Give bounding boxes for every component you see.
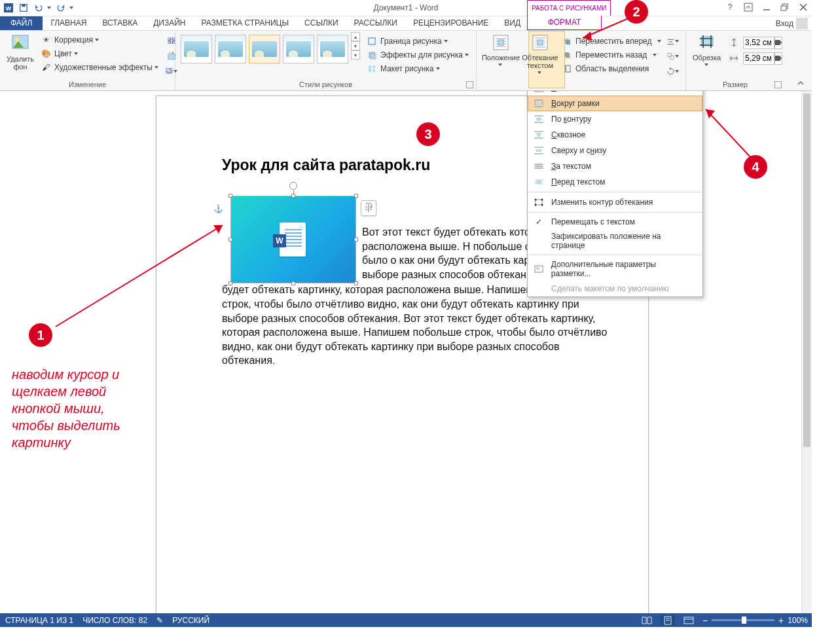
- picture-styles-gallery[interactable]: [179, 32, 350, 75]
- style-thumb[interactable]: [249, 35, 280, 63]
- collapse-ribbon-icon[interactable]: [795, 78, 807, 88]
- vertical-scrollbar[interactable]: [801, 91, 812, 613]
- style-thumb[interactable]: [283, 35, 314, 63]
- wrap-topbottom[interactable]: Сверху и снизу: [528, 143, 702, 158]
- width-down[interactable]: [774, 58, 782, 64]
- scroll-thumb[interactable]: [803, 94, 811, 447]
- help-icon[interactable]: ?: [724, 1, 736, 13]
- group-size-label: Размер: [686, 80, 784, 88]
- svg-rect-18: [369, 65, 371, 72]
- status-words[interactable]: ЧИСЛО СЛОВ: 82: [82, 616, 147, 625]
- status-lang[interactable]: РУССКИЙ: [172, 616, 210, 625]
- selection-pane-button[interactable]: Область выделения: [560, 62, 663, 75]
- position-button[interactable]: Положение: [481, 32, 521, 78]
- styles-dialog-launcher[interactable]: [466, 81, 473, 88]
- resize-handle[interactable]: [228, 194, 232, 198]
- picture-border-label: Граница рисунка: [380, 37, 442, 46]
- style-thumb[interactable]: [317, 35, 348, 63]
- svg-rect-75: [536, 180, 541, 184]
- fix-on-page[interactable]: Зафиксировать положение на странице: [528, 229, 702, 253]
- rotate-icon[interactable]: [666, 65, 680, 78]
- anchor-icon: ⚓: [213, 204, 223, 213]
- zoom-value[interactable]: 100%: [788, 616, 808, 625]
- annotation-1-text: наводим курсор и щелкаем левой кнопкой м…: [12, 366, 130, 451]
- more-layout-options[interactable]: Дополнительные параметры разметки...: [528, 257, 702, 281]
- zoom-thumb[interactable]: [742, 617, 746, 624]
- send-backward-label: Переместить назад: [575, 50, 647, 60]
- remove-background-label: Удалить фон: [7, 55, 34, 71]
- proofing-icon[interactable]: ✎: [156, 616, 163, 625]
- picture-border-button[interactable]: Граница рисунка: [365, 35, 470, 48]
- width-spinner[interactable]: [743, 52, 782, 65]
- color-button[interactable]: 🎨Цвет: [39, 47, 160, 60]
- wrap-through[interactable]: Сквозное: [528, 127, 702, 143]
- wrap-text-button[interactable]: Обтекание текстом: [521, 32, 559, 78]
- svg-rect-12: [168, 38, 175, 44]
- wrap-square[interactable]: Вокруг рамки: [528, 96, 702, 111]
- color-label: Цвет: [54, 49, 72, 58]
- corrections-button[interactable]: ☀Коррекция: [39, 33, 160, 46]
- gallery-more[interactable]: ▾: [351, 50, 360, 60]
- svg-rect-19: [373, 65, 375, 68]
- wrap-inline[interactable]: В В текстеВ тексте: [528, 91, 702, 96]
- zoom-slider[interactable]: [712, 619, 774, 621]
- svg-rect-4: [744, 3, 752, 11]
- tab-insert[interactable]: ВСТАВКА: [94, 16, 145, 30]
- tab-mailings[interactable]: РАССЫЛКИ: [346, 16, 405, 30]
- tab-view[interactable]: ВИД: [496, 16, 528, 30]
- wrap-tight[interactable]: По контуру: [528, 111, 702, 127]
- tab-design[interactable]: ДИЗАЙН: [145, 16, 193, 30]
- close-icon[interactable]: [797, 1, 809, 13]
- border-icon: [365, 35, 378, 48]
- height-up[interactable]: [774, 37, 782, 43]
- read-mode-icon[interactable]: [640, 615, 654, 626]
- group-adjust-label: Изменение: [0, 80, 175, 88]
- remove-background-button[interactable]: Удалить фон: [4, 32, 37, 78]
- restore-icon[interactable]: [779, 1, 791, 13]
- sign-in[interactable]: Вход: [776, 18, 808, 29]
- minimize-icon[interactable]: [761, 1, 773, 13]
- rotate-handle[interactable]: [289, 182, 297, 190]
- send-backward-button[interactable]: Переместить назад: [560, 48, 663, 62]
- resize-handle[interactable]: [291, 194, 295, 198]
- gallery-up[interactable]: ▴: [351, 32, 360, 41]
- print-layout-icon[interactable]: [661, 615, 675, 626]
- height-down[interactable]: [774, 43, 782, 48]
- arrow-1: [46, 215, 242, 333]
- ribbon-display-icon[interactable]: [742, 1, 754, 13]
- layout-options-button[interactable]: [361, 200, 376, 216]
- width-value[interactable]: [744, 53, 774, 63]
- wrap-infront[interactable]: Перед текстом: [528, 174, 702, 190]
- picture-layout-button[interactable]: Макет рисунка: [365, 62, 470, 75]
- style-thumb[interactable]: [215, 35, 246, 63]
- tab-review[interactable]: РЕЦЕНЗИРОВАНИЕ: [405, 16, 496, 30]
- tab-references[interactable]: ССЫЛКИ: [297, 16, 346, 30]
- artistic-effects-button[interactable]: 🖌Художественные эффекты: [39, 61, 160, 74]
- size-dialog-launcher[interactable]: [774, 81, 782, 88]
- corrections-label: Коррекция: [54, 35, 93, 45]
- width-up[interactable]: [774, 52, 782, 58]
- palette-icon: 🎨: [39, 47, 52, 60]
- status-page[interactable]: СТРАНИЦА 1 ИЗ 1: [5, 616, 73, 625]
- page-heading: Урок для сайта paratapok.ru: [222, 156, 430, 174]
- svg-rect-94: [684, 617, 693, 624]
- tab-file[interactable]: ФАЙЛ: [0, 16, 43, 30]
- crop-button[interactable]: Обрезка: [690, 32, 723, 69]
- move-with-text[interactable]: ✓Перемещать с текстом: [528, 215, 702, 229]
- zoom-in-icon[interactable]: +: [778, 615, 784, 626]
- wrap-behind[interactable]: За текстом: [528, 158, 702, 174]
- resize-handle[interactable]: [354, 194, 358, 198]
- group-icon[interactable]: [666, 50, 680, 63]
- web-layout-icon[interactable]: [682, 615, 696, 626]
- style-thumb[interactable]: [181, 35, 212, 63]
- window-title: Документ1 - Word: [0, 3, 812, 12]
- height-spinner[interactable]: [743, 37, 782, 49]
- picture-effects-button[interactable]: Эффекты для рисунка: [365, 48, 470, 62]
- gallery-down[interactable]: ▾: [351, 41, 360, 50]
- height-value[interactable]: [744, 37, 774, 48]
- align-icon[interactable]: [666, 35, 680, 48]
- zoom-out-icon[interactable]: −: [702, 615, 708, 626]
- edit-wrap-points[interactable]: Изменить контур обтекания: [528, 194, 702, 210]
- tab-page-layout[interactable]: РАЗМЕТКА СТРАНИЦЫ: [194, 16, 297, 30]
- tab-home[interactable]: ГЛАВНАЯ: [43, 16, 94, 30]
